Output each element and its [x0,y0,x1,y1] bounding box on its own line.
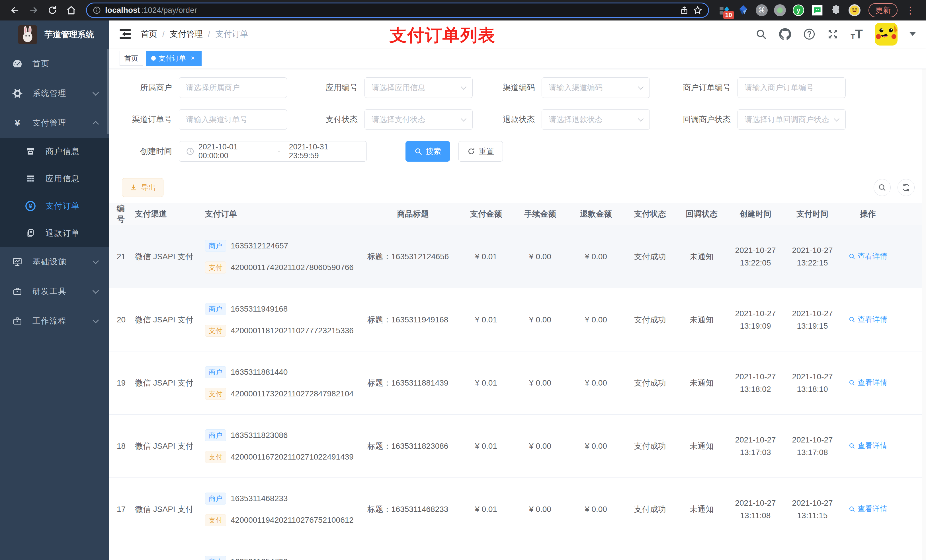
profile-avatar-icon[interactable] [849,4,861,16]
cell-pay-status: 支付成功 [625,377,678,388]
placeholder-text: 请选择订单回调商户状态 [744,115,831,125]
toggle-search-button[interactable] [874,179,891,196]
storefront-icon [25,146,36,156]
search-button[interactable]: 搜索 [406,141,450,162]
cell-callback-status: 未通知 [678,504,728,515]
home-icon[interactable] [63,2,79,18]
chrome-menu-icon[interactable]: ⋮ [904,5,917,16]
cell-action: 查看详情 [842,314,896,325]
filter-input[interactable]: 请选择应用信息 [365,77,473,98]
fullscreen-icon[interactable] [827,29,838,40]
page-annotation: 支付订单列表 [390,24,495,47]
orders-table: 编号支付渠道支付订单商品标题支付金额手续金额退款金额支付状态回调状态创建时间支付… [109,203,926,560]
filter-input[interactable]: 请输入商户订单编号 [737,77,846,98]
chrome-update-button[interactable]: 更新 [869,3,897,17]
bookmark-star-icon[interactable] [693,5,702,15]
chat-extension-icon[interactable] [811,4,823,17]
sidebar-collapse-icon[interactable] [120,29,131,39]
export-button[interactable]: 导出 [122,178,163,197]
reset-button[interactable]: 重置 [458,141,503,162]
tag-item[interactable]: 首页 [120,51,143,66]
url-bar[interactable]: localhost:1024/pay/order [86,3,709,18]
filter-input[interactable]: 请选择支付状态 [365,109,473,130]
help-icon[interactable] [803,28,815,40]
table-header-cell[interactable]: 商品标题 [367,208,461,219]
search-icon[interactable] [755,29,767,40]
pay-tag: 支付 [205,451,226,463]
tag-item[interactable]: 支付订单 × [146,51,201,66]
filter-input[interactable]: 请选择退款状态 [542,109,650,130]
cell-order-numbers: 商户1635311823086 支付4200001167202110271022… [205,429,367,463]
table-header-cell[interactable]: 退款金额 [569,208,625,219]
table-row[interactable]: 商户1635311354796 支付 [109,541,926,560]
sidebar-item-pay-order[interactable]: ¥ 支付订单 [0,192,109,220]
table-header-cell[interactable]: 支付渠道 [135,208,205,219]
sidebar-submenu: 商户信息 应用信息 ¥ 支付订单 退款订单 [0,138,109,247]
table-header-cell[interactable]: 操作 [842,208,896,219]
cell-pay-status: 支付成功 [625,251,678,262]
refresh-icon[interactable] [44,2,61,18]
sidebar-item-refund-order[interactable]: 退款订单 [0,220,109,247]
date-range-input[interactable]: 2021-10-01 00:00:00 - 2021-10-31 23:59:5… [179,141,367,162]
sidebar-item-infrastructure[interactable]: 基础设施 [0,247,109,276]
table-header-cell[interactable]: 支付时间 [785,208,842,219]
github-icon[interactable] [779,28,791,41]
sidebar-item-pay[interactable]: ¥ 支付管理 [0,108,109,138]
breadcrumb-section[interactable]: 支付管理 [170,29,203,40]
filter-input[interactable]: 请输入渠道编码 [542,77,650,98]
view-detail-link[interactable]: 查看详情 [849,377,887,388]
breadcrumb-home[interactable]: 首页 [141,29,157,40]
table-header-cell[interactable]: 创建时间 [728,208,785,219]
font-size-icon[interactable]: TT [850,27,863,41]
user-menu-caret-icon[interactable] [909,32,916,39]
filter-item: 所属商户 请选择所属商户 [120,77,287,98]
view-detail-link[interactable]: 查看详情 [849,314,887,325]
table-header-cell[interactable]: 手续金额 [514,208,569,219]
info-icon [92,6,101,15]
share-icon[interactable] [680,6,689,15]
table-header-cell[interactable]: 支付金额 [461,208,514,219]
table-header-cell[interactable]: 编号 [117,203,135,225]
cell-id: 17 [117,505,135,514]
y-extension-icon[interactable]: y [792,4,805,17]
cell-callback-status: 未通知 [678,377,728,388]
table-row[interactable]: 17 微信 JSAPI 支付 商户1635311468233 支付4200001… [109,478,926,541]
refresh-table-button[interactable] [897,179,915,196]
close-icon[interactable]: × [189,54,197,62]
app-logo[interactable]: 芋道管理系统 [0,21,109,49]
devtools-extension-icon[interactable]: 10 [718,4,731,17]
table-row[interactable]: 19 微信 JSAPI 支付 商户1635311881440 支付4200001… [109,352,926,415]
cell-action: 查看详情 [842,441,896,451]
table-header-cell[interactable]: 支付订单 [205,208,367,219]
sidebar-item-devtools[interactable]: 研发工具 [0,276,109,306]
sidebar-item-system[interactable]: 系统管理 [0,78,109,108]
command-extension-icon[interactable]: ⌘ [756,4,768,16]
sidebar-item-workflow[interactable]: 工作流程 [0,306,109,336]
back-icon[interactable] [7,2,23,18]
filter-input[interactable]: 请选择订单回调商户状态 [737,109,846,130]
cell-refund-amount: ¥ 0.00 [569,315,625,325]
page-scrollbar[interactable] [922,21,926,560]
table-row[interactable]: 18 微信 JSAPI 支付 商户1635311823086 支付4200001… [109,415,926,478]
sidebar-item-merchant-info[interactable]: 商户信息 [0,138,109,165]
kite-extension-icon[interactable] [737,4,749,17]
filter-input[interactable]: 请选择所属商户 [179,77,287,98]
view-detail-link[interactable]: 查看详情 [849,441,887,451]
table-row[interactable]: 21 微信 JSAPI 支付 商户1635312124657 支付4200001… [109,225,926,288]
cell-pay-amount: ¥ 0.01 [461,505,514,514]
user-avatar[interactable] [875,23,897,45]
view-detail-link[interactable]: 查看详情 [849,251,887,261]
cell-pay-amount: ¥ 0.01 [461,379,514,388]
extensions-puzzle-icon[interactable] [830,4,842,17]
cell-fee-amount: ¥ 0.00 [514,505,569,514]
recorder-extension-icon[interactable] [774,4,786,16]
filter-input[interactable]: 请输入渠道订单号 [179,109,287,130]
table-row[interactable]: 20 微信 JSAPI 支付 商户1635311949168 支付4200001… [109,288,926,352]
table-header-cell[interactable]: 支付状态 [625,208,678,219]
sidebar-item-home[interactable]: 首页 [0,49,109,78]
forward-icon[interactable] [26,2,42,18]
sidebar-item-app-info[interactable]: 应用信息 [0,165,109,192]
sidebar-scrollbar[interactable] [107,49,109,134]
view-detail-link[interactable]: 查看详情 [849,504,887,514]
table-header-cell[interactable]: 回调状态 [678,208,728,219]
